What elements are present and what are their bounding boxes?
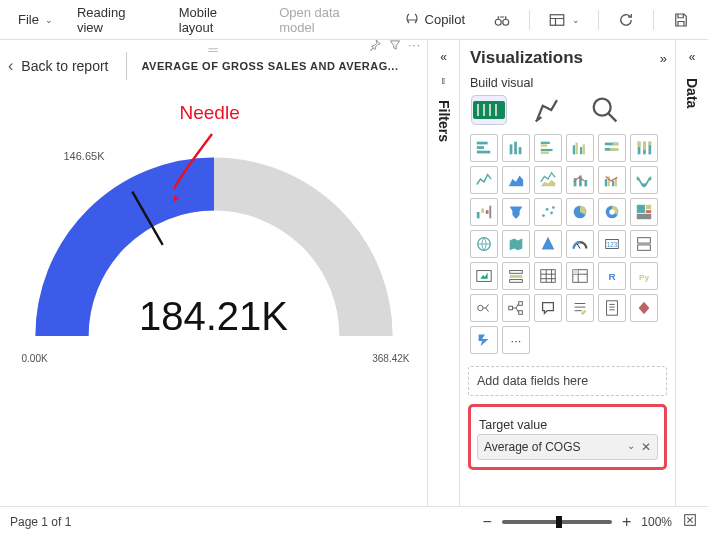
viz-line-clustered-column[interactable] [598,166,626,194]
divider [126,52,127,80]
svg-rect-17 [541,144,547,146]
viz-waterfall[interactable] [470,198,498,226]
svg-rect-37 [605,179,607,186]
svg-rect-33 [649,142,652,146]
viz-100-stacked-column[interactable] [630,134,658,162]
svg-rect-60 [638,238,651,243]
svg-rect-36 [585,180,588,186]
tab-build-visual[interactable] [472,96,506,124]
expand-left-icon[interactable]: « [440,50,447,64]
svg-rect-10 [477,142,488,145]
viz-py-visual[interactable]: Py [630,262,658,290]
viz-more[interactable]: ··· [502,326,530,354]
viz-powerautomate[interactable] [470,326,498,354]
viz-stacked-column[interactable] [502,134,530,162]
filters-pane-collapsed[interactable]: « ⫾ Filters [428,40,460,506]
tab-format-visual[interactable] [530,96,564,124]
svg-rect-20 [573,145,575,154]
page-indicator[interactable]: Page 1 of 1 [10,515,71,529]
svg-rect-72 [509,306,513,310]
viz-azure-map[interactable] [534,230,562,258]
fit-to-page-button[interactable] [682,512,698,531]
svg-rect-23 [583,144,585,154]
svg-rect-44 [489,206,491,219]
viz-area[interactable] [502,166,530,194]
viz-line-stacked-column[interactable] [566,166,594,194]
viz-kpi[interactable] [470,262,498,290]
viz-smart-narrative[interactable] [566,294,594,322]
svg-rect-15 [519,147,522,154]
mobile-layout-button[interactable]: Mobile layout [169,0,265,41]
svg-rect-68 [573,270,578,275]
viz-qa[interactable] [534,294,562,322]
gauge-min-label: 0.00K [22,353,48,364]
back-arrow-icon[interactable]: ‹ [8,54,21,78]
svg-rect-41 [477,212,480,218]
viz-stacked-area[interactable] [534,166,562,194]
filter-mini-icon: ⫾ [441,74,447,86]
gauge-visual[interactable]: Needle 146.65K 184.21K 0.00K 368.42K [24,106,404,376]
zoom-level[interactable]: 100% [641,515,672,529]
remove-field-icon[interactable]: ✕ [641,440,651,454]
refresh-icon [617,11,635,29]
viz-pie[interactable] [566,198,594,226]
viz-gauge[interactable] [566,230,594,258]
chevron-down-icon[interactable]: ⌄ [627,440,635,454]
viz-line[interactable] [470,166,498,194]
expand-left-icon[interactable]: « [689,50,696,64]
viz-matrix[interactable] [566,262,594,290]
zoom-out-button[interactable]: − [483,513,492,531]
viz-powerapps[interactable] [630,294,658,322]
svg-rect-53 [646,205,651,210]
viz-scatter[interactable] [534,198,562,226]
svg-rect-27 [610,148,618,151]
svg-text:Py: Py [639,273,649,282]
svg-point-48 [552,206,555,209]
viz-donut[interactable] [598,198,626,226]
refresh-button[interactable] [607,5,645,35]
file-menu[interactable]: File ⌄ [8,6,63,33]
viz-table[interactable] [534,262,562,290]
data-pane-collapsed[interactable]: « Data [676,40,708,506]
svg-rect-11 [477,146,484,149]
report-canvas[interactable]: ═ ··· ‹ Back to report AVERAGE OF GROSS … [0,40,428,506]
target-value-field-pill[interactable]: Average of COGS ⌄ ✕ [477,434,658,460]
viz-card[interactable]: 123 [598,230,626,258]
binoculars-button[interactable] [483,5,521,35]
viz-multirow-card[interactable] [630,230,658,258]
viz-key-influencers[interactable] [470,294,498,322]
tab-analytics[interactable] [588,96,622,124]
view-options-button[interactable]: ⌄ [538,5,590,35]
viz-decomposition-tree[interactable] [502,294,530,322]
viz-clustered-bar[interactable] [534,134,562,162]
viz-paginated-report[interactable] [598,294,626,322]
more-label: ··· [511,333,522,348]
svg-point-0 [495,19,501,25]
viz-r-visual[interactable]: R [598,262,626,290]
svg-rect-39 [612,181,614,186]
pill-actions: ⌄ ✕ [627,440,651,454]
svg-rect-21 [576,143,578,155]
visualization-picker: 123 R Py ··· [470,134,667,354]
annotation-needle-text: Needle [180,102,240,124]
zoom-in-button[interactable]: + [622,513,631,531]
viz-slicer[interactable] [502,262,530,290]
field-well-values[interactable]: Add data fields here [468,366,667,396]
viz-treemap[interactable] [630,198,658,226]
viz-funnel[interactable] [502,198,530,226]
viz-filled-map[interactable] [502,230,530,258]
viz-ribbon[interactable] [630,166,658,194]
save-button[interactable] [662,5,700,35]
viz-map[interactable] [470,230,498,258]
copilot-button[interactable]: Copilot [393,5,475,35]
svg-rect-61 [638,245,651,250]
svg-rect-40 [615,178,617,186]
filters-tab-label: Filters [436,100,452,142]
viz-clustered-column[interactable] [566,134,594,162]
collapse-right-icon[interactable]: » [660,51,667,66]
viz-100-stacked-bar[interactable] [598,134,626,162]
back-to-report-link[interactable]: Back to report [21,58,108,74]
viz-stacked-bar[interactable] [470,134,498,162]
zoom-slider[interactable] [502,520,612,524]
reading-view-button[interactable]: Reading view [67,0,165,41]
